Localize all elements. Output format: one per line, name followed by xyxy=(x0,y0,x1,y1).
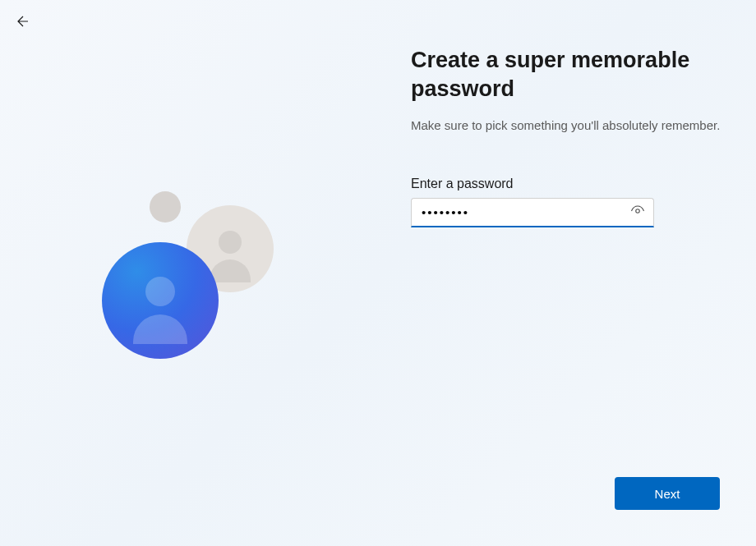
password-input[interactable] xyxy=(411,198,654,227)
password-input-wrap xyxy=(411,198,654,227)
back-arrow-icon xyxy=(16,14,30,32)
next-button[interactable]: Next xyxy=(615,477,720,510)
page-subtitle: Make sure to pick something you'll absol… xyxy=(411,117,723,134)
reveal-password-button[interactable] xyxy=(628,203,648,223)
blue-avatar-circle xyxy=(102,242,219,359)
back-button[interactable] xyxy=(10,10,36,36)
eye-icon xyxy=(630,204,645,222)
svg-point-0 xyxy=(636,209,640,213)
page-title: Create a super memorable password xyxy=(411,46,723,103)
password-label: Enter a password xyxy=(411,177,723,191)
small-grey-circle xyxy=(150,191,181,223)
main-panel: Create a super memorable password Make s… xyxy=(411,46,723,227)
user-illustration xyxy=(102,185,332,374)
